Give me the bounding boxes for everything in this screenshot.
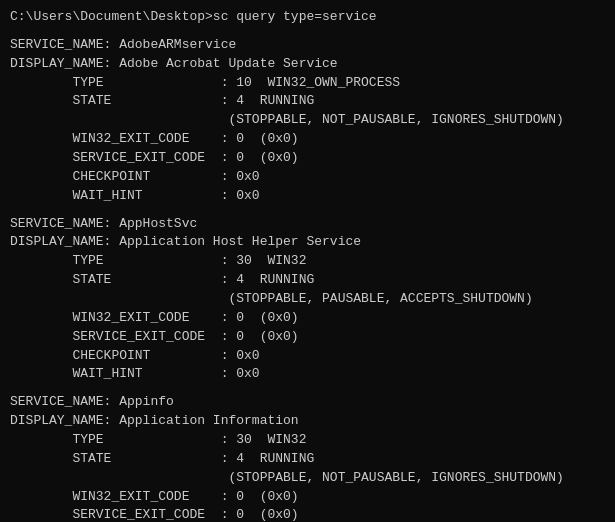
output-line: STATE : 4 RUNNING xyxy=(10,450,605,469)
prompt-line: C:\Users\Document\Desktop>sc query type=… xyxy=(10,8,605,27)
terminal-output: SERVICE_NAME: AdobeARMserviceDISPLAY_NAM… xyxy=(10,27,605,522)
output-line: SERVICE_EXIT_CODE : 0 (0x0) xyxy=(10,328,605,347)
output-line: SERVICE_NAME: AppHostSvc xyxy=(10,215,605,234)
output-line: (STOPPABLE, PAUSABLE, ACCEPTS_SHUTDOWN) xyxy=(10,290,605,309)
output-line: SERVICE_NAME: Appinfo xyxy=(10,393,605,412)
output-line xyxy=(10,27,605,36)
output-line: WAIT_HINT : 0x0 xyxy=(10,365,605,384)
output-line: STATE : 4 RUNNING xyxy=(10,92,605,111)
output-line: DISPLAY_NAME: Application Host Helper Se… xyxy=(10,233,605,252)
output-line: SERVICE_EXIT_CODE : 0 (0x0) xyxy=(10,149,605,168)
output-line: STATE : 4 RUNNING xyxy=(10,271,605,290)
output-line: WIN32_EXIT_CODE : 0 (0x0) xyxy=(10,309,605,328)
output-line: CHECKPOINT : 0x0 xyxy=(10,347,605,366)
output-line: (STOPPABLE, NOT_PAUSABLE, IGNORES_SHUTDO… xyxy=(10,469,605,488)
output-line xyxy=(10,384,605,393)
output-line: SERVICE_EXIT_CODE : 0 (0x0) xyxy=(10,506,605,522)
output-line: WIN32_EXIT_CODE : 0 (0x0) xyxy=(10,488,605,507)
output-line: WIN32_EXIT_CODE : 0 (0x0) xyxy=(10,130,605,149)
output-line: DISPLAY_NAME: Adobe Acrobat Update Servi… xyxy=(10,55,605,74)
output-line: DISPLAY_NAME: Application Information xyxy=(10,412,605,431)
output-line: CHECKPOINT : 0x0 xyxy=(10,168,605,187)
output-line: TYPE : 30 WIN32 xyxy=(10,431,605,450)
output-line: SERVICE_NAME: AdobeARMservice xyxy=(10,36,605,55)
output-line xyxy=(10,206,605,215)
terminal-window: C:\Users\Document\Desktop>sc query type=… xyxy=(0,0,615,522)
output-line: WAIT_HINT : 0x0 xyxy=(10,187,605,206)
output-line: TYPE : 10 WIN32_OWN_PROCESS xyxy=(10,74,605,93)
output-line: (STOPPABLE, NOT_PAUSABLE, IGNORES_SHUTDO… xyxy=(10,111,605,130)
output-line: TYPE : 30 WIN32 xyxy=(10,252,605,271)
